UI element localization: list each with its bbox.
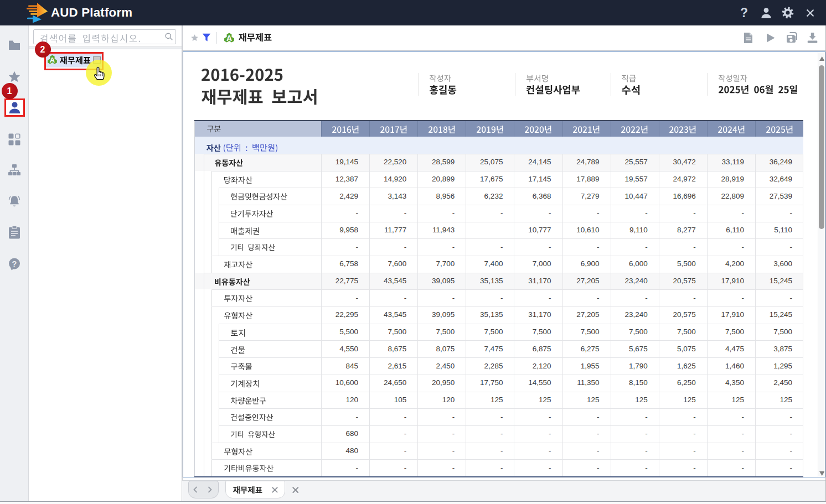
svg-text:?: ? (12, 259, 17, 268)
svg-text:?: ? (740, 6, 748, 20)
svg-text:A: A (226, 34, 232, 43)
